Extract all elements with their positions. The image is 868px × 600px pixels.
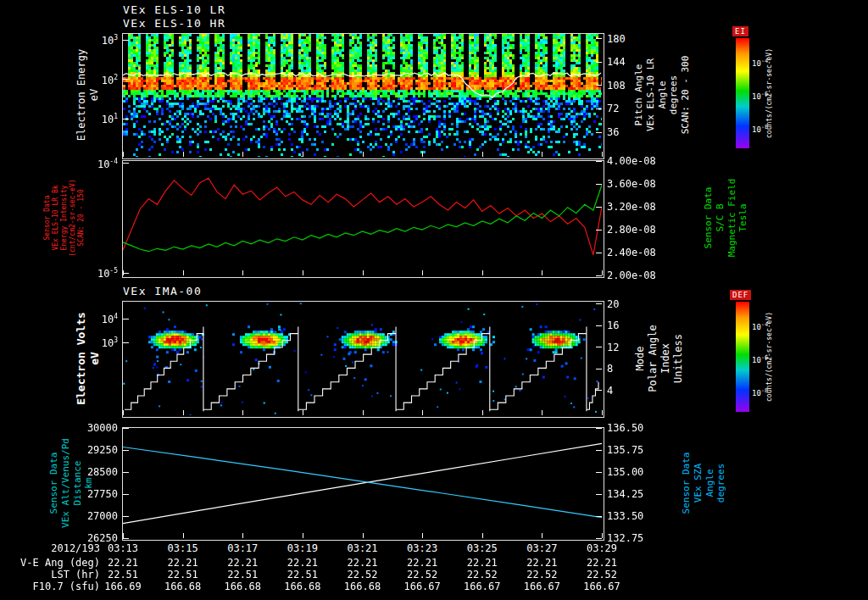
p3-y-axis-label-line: Electron Volts [75,312,88,405]
right-axis-tick-label: 3.20e-08 [607,202,656,212]
axis-row-value: 22.52 [407,569,437,580]
plot-title-line2: VEx ELS-10 HR [123,17,225,30]
time-tick-mark [422,152,423,157]
els-colorbar-title: EI [732,26,748,36]
axis-row-value: 22.52 [526,569,557,580]
p1-y-axis-label: Electron Energy eV [75,49,101,141]
axis-row-value: 22.52 [347,569,377,580]
axis-row-value: 166.67 [583,581,620,592]
time-tick-label: 03:15 [168,543,198,553]
time-tick-mark [482,152,483,157]
time-tick-mark [123,152,124,157]
ima-colorbar [736,302,749,412]
time-tick-label: 03:17 [227,543,258,553]
right-axis-tick-label: 133.50 [607,511,643,521]
axis-row-value: 22.21 [526,558,557,568]
altitude-sza-panel [122,427,604,541]
axis-tick-mark [596,538,602,539]
right-axis-tick-label: 108 [607,81,626,91]
ima-spectrogram-panel [122,301,604,418]
time-tick-mark [123,533,124,538]
y-axis-tick-label: 103 [102,337,118,348]
ima-spectrogram-heatmap [123,302,602,415]
axis-row-value: 166.68 [164,581,201,592]
p2-right-axis-label-line: S/C B [714,179,726,258]
right-axis-tick-label: 36 [607,127,619,137]
right-axis-tick-label: 4 [607,386,613,396]
axis-row-value: 22.21 [108,558,138,568]
axis-row-value: 22.51 [108,569,138,580]
right-axis-tick-label: 4.00e-08 [607,156,656,166]
vex-altitude-line [123,443,602,523]
right-axis-tick-label: 3.60e-08 [607,179,656,189]
axis-tick-mark [596,85,602,86]
axis-tick-mark [123,472,129,473]
axis-tick-mark [123,538,129,539]
p4-right-axis-label-line: Angle [704,453,715,514]
colorbar-tick-label: 10-6 [752,91,768,100]
p4-right-axis-label-line: VEx SZA [692,453,704,514]
ima-colorbar-title: DEF [730,290,751,300]
p4-left-axis-label-line: Sensor Data [48,438,60,528]
p2-left-axis-label-line: Energy Intensity [60,179,69,257]
time-tick-mark [183,533,184,538]
colorbar-tick-label: 10-8 [752,124,768,133]
axis-row-value: 22.21 [467,558,498,568]
axis-row-value: 22.51 [227,569,258,580]
time-tick-mark [363,152,364,157]
p1-right-axis-label-line: SCAN: 20 - 300 [680,56,692,135]
p4-right-axis-label-line: degrees [715,453,727,514]
p1-right-axis-label-line: Pitch Angle [633,56,645,135]
right-axis-tick-label: 72 [607,103,619,114]
axis-row-value: 22.21 [587,558,617,568]
time-tick-mark [183,410,184,415]
right-axis-tick-label: 144 [607,57,626,67]
y-axis-tick-label: 102 [102,74,118,85]
axis-tick-mark [123,119,129,119]
time-tick-mark [303,152,303,157]
axis-tick-mark [596,184,602,185]
axis-tick-mark [596,161,602,162]
axis-row-value: 166.67 [464,581,500,592]
y-axis-tick-label: 101 [102,114,118,125]
p4-left-axis-label-line: Distance [71,438,83,528]
axis-tick-mark [596,207,602,208]
p3-y-axis-label: Electron Volts eV [75,312,103,405]
axis-tick-mark [123,79,129,80]
vex-quicklook-plot-window: VEx ELS-10 LR VEx ELS-10 HR Electron Ene… [0,0,868,600]
p3-right-axis-label: Mode Polar Angle Index Unitless [634,325,685,392]
p2-right-axis-label: Sensor Data S/C B Magnetic Field Tesla [703,179,749,258]
p2-right-axis-label-line: Magnetic Field [726,179,737,258]
time-tick-label: 03:23 [407,543,437,553]
axis-tick-mark [596,108,602,109]
y-axis-tick-label: 28500 [87,467,118,477]
els-intensity-bfield-plot [123,161,602,275]
p3-right-axis-label-line: Mode [634,325,647,392]
y-axis-tick-label: 10-4 [97,158,118,169]
axis-tick-mark [596,230,602,231]
right-axis-tick-label: 136.50 [607,423,643,433]
time-tick-label: 03:19 [287,543,318,553]
colorbar-tick-label: 10-6 [752,354,768,364]
axis-tick-mark [123,319,129,319]
axis-row-value: 22.21 [347,558,377,568]
axis-tick-mark [596,450,602,451]
time-tick-mark [542,533,542,538]
axis-tick-mark [596,369,602,369]
vex-solar-zenith-angle-line [123,447,602,518]
right-axis-tick-label: 16 [607,320,619,331]
colorbar-tick-label: 10-8 [752,387,768,397]
p1-y-axis-label-line: Electron Energy [75,49,88,141]
right-axis-tick-label: 2.40e-08 [607,247,656,258]
axis-row-value: 166.69 [104,581,141,592]
p2-right-axis-label-line: Sensor Data [703,179,715,258]
axis-tick-mark [123,163,129,164]
time-tick-mark [183,152,184,157]
y-axis-tick-label: 30000 [87,423,118,433]
right-axis-tick-label: 20 [607,299,619,309]
time-tick-mark [482,533,483,538]
time-tick-mark [482,270,483,275]
right-axis-tick-label: 12 [607,342,619,353]
y-axis-tick-label: 27750 [87,489,118,499]
axis-row-value: 166.67 [524,581,560,592]
